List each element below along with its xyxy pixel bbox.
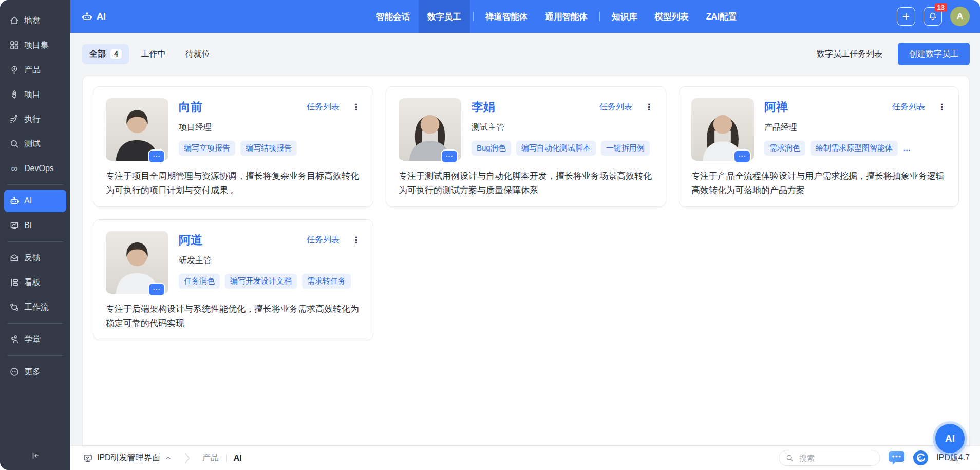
skill-tag[interactable]: 一键拆用例 (601, 141, 650, 156)
sidebar-collapse-button[interactable] (0, 447, 70, 466)
sidebar-item-label: 更多 (24, 367, 41, 378)
skill-tag[interactable]: 编写自动化测试脚本 (516, 141, 596, 156)
sidebar-item-program[interactable]: 项目集 (4, 34, 66, 57)
sidebar-item-label: 地盘 (24, 15, 41, 26)
search-input[interactable] (798, 453, 874, 463)
app-window: 地盘 项目集 产品 项目 执行 测试 ∞ DevOps AI (0, 0, 980, 470)
filter-tab-working[interactable]: 工作中 (134, 44, 173, 64)
sidebar-item-label: BI (24, 221, 32, 230)
search-box[interactable] (779, 450, 880, 466)
filter-label: 全部 (89, 49, 106, 60)
skill-tag[interactable]: Bug润色 (472, 141, 511, 156)
sidebar-item-ai[interactable]: AI (4, 190, 66, 212)
sidebar-item-label: 测试 (24, 139, 41, 149)
employee-role: 研发主管 (179, 255, 361, 266)
sidebar-item-label: 工作流 (24, 302, 49, 313)
employee-card: ⋯ 阿道 任务列表 ⋮ 研发主管 任务润色 编写开发设计文档 (93, 219, 373, 340)
sidebar-item-kanban[interactable]: 看板 (4, 271, 66, 294)
chat-bubble-icon[interactable]: ⋯ (733, 149, 751, 163)
task-list-link[interactable]: 任务列表 (307, 235, 340, 246)
notifications-button[interactable]: 13 (924, 7, 942, 26)
sidebar-item-label: 学堂 (24, 334, 41, 345)
chat-bubble-icon[interactable]: ⋯ (148, 283, 165, 296)
sidebar-item-label: 反馈 (24, 253, 41, 264)
top-nav: 智能会话 数字员工 禅道智能体 通用智能体 知识库 模型列表 ZAI配置 (367, 0, 745, 33)
top-header: AI 智能会话 数字员工 禅道智能体 通用智能体 知识库 模型列表 ZAI配置 (70, 0, 980, 33)
chat-bubble-icon[interactable]: ⋯ (441, 149, 458, 163)
sidebar-item-devops[interactable]: ∞ DevOps (4, 157, 66, 180)
employee-card: ⋯ 李娟 任务列表 ⋮ 测试主管 Bug润色 编写自动化测试脚本 (386, 86, 666, 207)
task-list-link[interactable]: 任务列表 (892, 102, 925, 112)
sidebar-item-testing[interactable]: 测试 (4, 133, 66, 155)
sidebar-item-bi[interactable]: BI (4, 214, 66, 237)
add-button[interactable] (897, 7, 915, 26)
more-actions-icon[interactable]: ⋮ (645, 102, 653, 112)
more-actions-icon[interactable]: ⋮ (352, 235, 361, 246)
skill-tag[interactable]: 任务润色 (179, 274, 220, 289)
skill-tags: 需求润色 绘制需求原型图智能体 … (764, 141, 946, 156)
task-list-link[interactable]: 任务列表 (599, 102, 632, 112)
skill-tag[interactable]: 编写立项报告 (179, 141, 235, 156)
tab-smart-chat[interactable]: 智能会话 (367, 0, 419, 33)
chat-bubble-icon[interactable]: ⋯ (148, 149, 165, 163)
filter-tab-standby[interactable]: 待就位 (178, 44, 217, 64)
skill-tag[interactable]: 编写结项报告 (240, 141, 297, 156)
content-panel: ⋯ 向前 任务列表 ⋮ 项目经理 编写立项报告 编写结项报告 (82, 76, 970, 445)
more-actions-icon[interactable]: ⋮ (352, 102, 361, 112)
status-bar: IPD研发管理界面 产品 AI IPD版4.7 (70, 445, 980, 470)
feedback-chat-icon[interactable] (888, 450, 905, 465)
workspace-switcher[interactable]: IPD研发管理界面 (83, 453, 172, 463)
ai-assistant-fab[interactable]: AI (935, 424, 965, 453)
sidebar-item-execution[interactable]: 执行 (4, 108, 66, 130)
plus-icon (901, 11, 911, 22)
robot-icon (82, 11, 92, 22)
breadcrumb-divider (226, 454, 227, 462)
zentao-logo (913, 450, 929, 466)
ellipsis-circle-icon (9, 367, 20, 377)
tab-general-agent[interactable]: 通用智能体 (536, 0, 596, 33)
sidebar-item-feedback[interactable]: 反馈 (4, 247, 66, 269)
skill-tag[interactable]: 绘制需求原型图智能体 (811, 141, 898, 156)
tab-zai-config[interactable]: ZAI配置 (697, 0, 745, 33)
breadcrumb-product[interactable]: 产品 (202, 453, 219, 463)
task-list-link[interactable]: 任务列表 (307, 102, 340, 112)
sidebar-item-more[interactable]: 更多 (4, 361, 66, 383)
lightbulb-icon (9, 65, 20, 75)
tab-zentao-agent[interactable]: 禅道智能体 (477, 0, 537, 33)
skill-tag[interactable]: 编写开发设计文档 (225, 274, 297, 289)
sidebar-item-project[interactable]: 项目 (4, 83, 66, 106)
sidebar: 地盘 项目集 产品 项目 执行 测试 ∞ DevOps AI (0, 0, 70, 470)
employee-role: 产品经理 (764, 122, 946, 133)
employee-role: 项目经理 (179, 122, 361, 133)
tab-knowledge-base[interactable]: 知识库 (603, 0, 646, 33)
more-tags-indicator[interactable]: … (903, 144, 911, 153)
sidebar-item-product[interactable]: 产品 (4, 59, 66, 81)
brand-label: AI (97, 11, 106, 22)
sidebar-item-workflow[interactable]: 工作流 (4, 296, 66, 318)
user-avatar[interactable]: A (950, 7, 970, 26)
skill-tag[interactable]: 需求转任务 (302, 274, 351, 289)
filter-tab-all[interactable]: 全部 4 (82, 44, 129, 64)
breadcrumb-ai[interactable]: AI (234, 454, 242, 463)
tab-digital-employee[interactable]: 数字员工 (419, 0, 470, 33)
sidebar-item-home[interactable]: 地盘 (4, 9, 66, 32)
filter-count-badge: 4 (110, 49, 122, 59)
notification-count-badge: 13 (935, 3, 947, 12)
sidebar-divider (7, 184, 63, 185)
employee-name: 阿道 (179, 232, 202, 248)
scholar-icon (9, 334, 20, 345)
create-employee-button[interactable]: 创建数字员工 (898, 43, 970, 65)
search-icon (785, 454, 794, 462)
employee-card: ⋯ 阿禅 任务列表 ⋮ 产品经理 需求润色 绘制需求原型图智能体 (679, 86, 959, 207)
employee-avatar: ⋯ (106, 98, 168, 161)
toolbar-actions: 数字员工任务列表 创建数字员工 (817, 43, 970, 65)
rocket-icon (9, 89, 20, 100)
robot-icon (9, 196, 20, 206)
brand: AI (82, 11, 106, 22)
more-actions-icon[interactable]: ⋮ (937, 102, 946, 112)
monitor-icon (83, 453, 93, 463)
skill-tag[interactable]: 需求润色 (764, 141, 805, 156)
sidebar-item-academy[interactable]: 学堂 (4, 328, 66, 351)
tab-model-list[interactable]: 模型列表 (646, 0, 697, 33)
employee-task-list-link[interactable]: 数字员工任务列表 (817, 49, 882, 60)
